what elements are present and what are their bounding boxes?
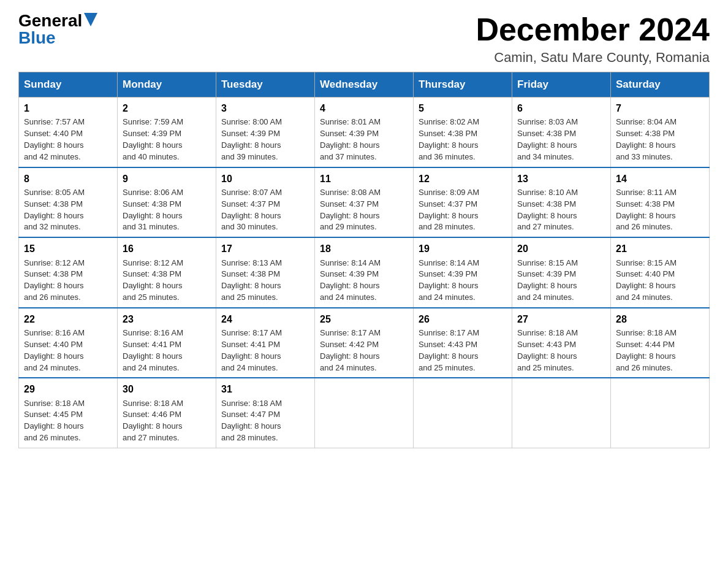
day-number: 6 xyxy=(517,101,605,115)
table-row: 13 Sunrise: 8:10 AM Sunset: 4:38 PM Dayl… xyxy=(512,167,611,238)
day-info: Sunrise: 8:14 AM Sunset: 4:39 PM Dayligh… xyxy=(419,258,507,304)
day-number: 14 xyxy=(616,172,704,186)
day-info: Sunrise: 8:11 AM Sunset: 4:38 PM Dayligh… xyxy=(616,187,704,233)
table-row: 26 Sunrise: 8:17 AM Sunset: 4:43 PM Dayl… xyxy=(414,308,512,378)
calendar-table: Sunday Monday Tuesday Wednesday Thursday… xyxy=(18,72,710,448)
day-number: 8 xyxy=(24,172,112,186)
day-info: Sunrise: 8:02 AM Sunset: 4:38 PM Dayligh… xyxy=(419,117,507,163)
day-number: 28 xyxy=(616,312,704,326)
table-row: 24 Sunrise: 8:17 AM Sunset: 4:41 PM Dayl… xyxy=(216,308,315,378)
table-row xyxy=(315,378,414,448)
day-number: 10 xyxy=(221,172,309,186)
table-row: 5 Sunrise: 8:02 AM Sunset: 4:38 PM Dayli… xyxy=(414,98,512,167)
calendar-week-row: 1 Sunrise: 7:57 AM Sunset: 4:40 PM Dayli… xyxy=(19,98,710,167)
table-row: 16 Sunrise: 8:12 AM Sunset: 4:38 PM Dayl… xyxy=(118,237,216,308)
table-row: 14 Sunrise: 8:11 AM Sunset: 4:38 PM Dayl… xyxy=(611,167,710,238)
table-row xyxy=(414,378,512,448)
table-row: 9 Sunrise: 8:06 AM Sunset: 4:38 PM Dayli… xyxy=(118,167,216,238)
day-number: 11 xyxy=(320,172,408,186)
day-number: 19 xyxy=(419,242,507,256)
table-row: 27 Sunrise: 8:18 AM Sunset: 4:43 PM Dayl… xyxy=(512,308,611,378)
day-info: Sunrise: 8:01 AM Sunset: 4:39 PM Dayligh… xyxy=(320,117,408,163)
day-info: Sunrise: 8:17 AM Sunset: 4:43 PM Dayligh… xyxy=(419,327,507,373)
day-number: 16 xyxy=(123,242,211,256)
day-number: 31 xyxy=(221,382,309,396)
location-subtitle: Camin, Satu Mare County, Romania xyxy=(476,50,710,66)
col-thursday: Thursday xyxy=(414,72,512,98)
table-row: 4 Sunrise: 8:01 AM Sunset: 4:39 PM Dayli… xyxy=(315,98,414,167)
day-number: 27 xyxy=(517,312,605,326)
day-number: 12 xyxy=(419,172,507,186)
day-number: 13 xyxy=(517,172,605,186)
col-monday: Monday xyxy=(118,72,216,98)
calendar-week-row: 8 Sunrise: 8:05 AM Sunset: 4:38 PM Dayli… xyxy=(19,167,710,238)
table-row: 22 Sunrise: 8:16 AM Sunset: 4:40 PM Dayl… xyxy=(19,308,118,378)
day-number: 5 xyxy=(419,101,507,115)
day-number: 22 xyxy=(24,312,112,326)
table-row xyxy=(611,378,710,448)
day-info: Sunrise: 8:07 AM Sunset: 4:37 PM Dayligh… xyxy=(221,187,309,233)
day-number: 15 xyxy=(24,242,112,256)
day-info: Sunrise: 8:09 AM Sunset: 4:37 PM Dayligh… xyxy=(419,187,507,233)
table-row: 19 Sunrise: 8:14 AM Sunset: 4:39 PM Dayl… xyxy=(414,237,512,308)
logo-triangle-icon xyxy=(84,13,97,26)
page-header: General Blue December 2024 Camin, Satu M… xyxy=(18,12,710,66)
day-number: 4 xyxy=(320,101,408,115)
calendar-header-row: Sunday Monday Tuesday Wednesday Thursday… xyxy=(19,72,710,98)
day-number: 30 xyxy=(123,382,211,396)
col-friday: Friday xyxy=(512,72,611,98)
table-row: 23 Sunrise: 8:16 AM Sunset: 4:41 PM Dayl… xyxy=(118,308,216,378)
day-number: 20 xyxy=(517,242,605,256)
title-block: December 2024 Camin, Satu Mare County, R… xyxy=(476,12,710,66)
table-row: 17 Sunrise: 8:13 AM Sunset: 4:38 PM Dayl… xyxy=(216,237,315,308)
table-row: 1 Sunrise: 7:57 AM Sunset: 4:40 PM Dayli… xyxy=(19,98,118,167)
day-info: Sunrise: 8:14 AM Sunset: 4:39 PM Dayligh… xyxy=(320,258,408,304)
logo-blue-text: Blue xyxy=(18,29,56,47)
svg-marker-0 xyxy=(84,13,97,26)
day-info: Sunrise: 8:06 AM Sunset: 4:38 PM Dayligh… xyxy=(123,187,211,233)
day-info: Sunrise: 8:15 AM Sunset: 4:39 PM Dayligh… xyxy=(517,258,605,304)
table-row: 18 Sunrise: 8:14 AM Sunset: 4:39 PM Dayl… xyxy=(315,237,414,308)
day-info: Sunrise: 7:57 AM Sunset: 4:40 PM Dayligh… xyxy=(24,117,112,163)
day-info: Sunrise: 8:15 AM Sunset: 4:40 PM Dayligh… xyxy=(616,258,704,304)
day-info: Sunrise: 7:59 AM Sunset: 4:39 PM Dayligh… xyxy=(123,117,211,163)
day-number: 18 xyxy=(320,242,408,256)
day-number: 2 xyxy=(123,101,211,115)
table-row: 7 Sunrise: 8:04 AM Sunset: 4:38 PM Dayli… xyxy=(611,98,710,167)
day-number: 24 xyxy=(221,312,309,326)
logo-general-text: General xyxy=(18,12,82,29)
day-info: Sunrise: 8:12 AM Sunset: 4:38 PM Dayligh… xyxy=(123,258,211,304)
table-row: 28 Sunrise: 8:18 AM Sunset: 4:44 PM Dayl… xyxy=(611,308,710,378)
table-row: 2 Sunrise: 7:59 AM Sunset: 4:39 PM Dayli… xyxy=(118,98,216,167)
table-row xyxy=(512,378,611,448)
day-info: Sunrise: 8:00 AM Sunset: 4:39 PM Dayligh… xyxy=(221,117,309,163)
day-info: Sunrise: 8:04 AM Sunset: 4:38 PM Dayligh… xyxy=(616,117,704,163)
day-number: 21 xyxy=(616,242,704,256)
day-info: Sunrise: 8:18 AM Sunset: 4:43 PM Dayligh… xyxy=(517,327,605,373)
table-row: 20 Sunrise: 8:15 AM Sunset: 4:39 PM Dayl… xyxy=(512,237,611,308)
table-row: 30 Sunrise: 8:18 AM Sunset: 4:46 PM Dayl… xyxy=(118,378,216,448)
logo: General Blue xyxy=(18,12,97,47)
table-row: 21 Sunrise: 8:15 AM Sunset: 4:40 PM Dayl… xyxy=(611,237,710,308)
day-number: 1 xyxy=(24,101,112,115)
col-saturday: Saturday xyxy=(611,72,710,98)
day-info: Sunrise: 8:18 AM Sunset: 4:44 PM Dayligh… xyxy=(616,327,704,373)
day-info: Sunrise: 8:16 AM Sunset: 4:41 PM Dayligh… xyxy=(123,327,211,373)
day-info: Sunrise: 8:18 AM Sunset: 4:45 PM Dayligh… xyxy=(24,398,112,444)
day-number: 3 xyxy=(221,101,309,115)
calendar-week-row: 29 Sunrise: 8:18 AM Sunset: 4:45 PM Dayl… xyxy=(19,378,710,448)
col-tuesday: Tuesday xyxy=(216,72,315,98)
day-info: Sunrise: 8:16 AM Sunset: 4:40 PM Dayligh… xyxy=(24,327,112,373)
table-row: 15 Sunrise: 8:12 AM Sunset: 4:38 PM Dayl… xyxy=(19,237,118,308)
day-info: Sunrise: 8:10 AM Sunset: 4:38 PM Dayligh… xyxy=(517,187,605,233)
day-number: 29 xyxy=(24,382,112,396)
calendar-week-row: 22 Sunrise: 8:16 AM Sunset: 4:40 PM Dayl… xyxy=(19,308,710,378)
day-number: 23 xyxy=(123,312,211,326)
day-number: 7 xyxy=(616,101,704,115)
col-wednesday: Wednesday xyxy=(315,72,414,98)
day-info: Sunrise: 8:13 AM Sunset: 4:38 PM Dayligh… xyxy=(221,258,309,304)
calendar-week-row: 15 Sunrise: 8:12 AM Sunset: 4:38 PM Dayl… xyxy=(19,237,710,308)
table-row: 25 Sunrise: 8:17 AM Sunset: 4:42 PM Dayl… xyxy=(315,308,414,378)
table-row: 31 Sunrise: 8:18 AM Sunset: 4:47 PM Dayl… xyxy=(216,378,315,448)
month-title: December 2024 xyxy=(476,12,710,47)
